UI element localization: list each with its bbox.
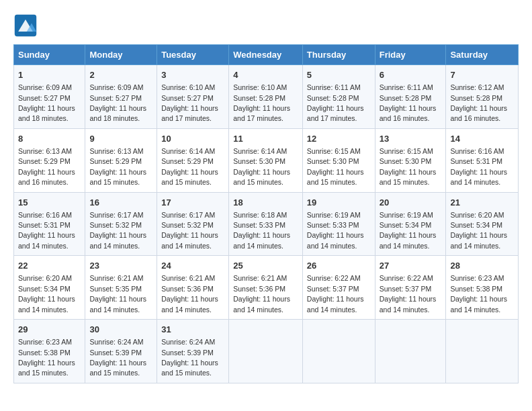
- weekday-row: SundayMondayTuesdayWednesdayThursdayFrid…: [14, 45, 519, 65]
- day-number: 8: [18, 133, 81, 145]
- calendar-cell: 6Sunrise: 6:11 AM Sunset: 5:28 PM Daylig…: [375, 65, 446, 129]
- calendar-table: SundayMondayTuesdayWednesdayThursdayFrid…: [13, 44, 519, 383]
- day-number: 28: [450, 260, 514, 272]
- weekday-monday: Monday: [85, 45, 157, 65]
- calendar-cell: 20Sunrise: 6:19 AM Sunset: 5:34 PM Dayli…: [375, 192, 446, 256]
- day-number: 30: [89, 324, 152, 336]
- weekday-tuesday: Tuesday: [157, 45, 229, 65]
- weekday-saturday: Saturday: [446, 45, 519, 65]
- calendar-cell: 30Sunrise: 6:24 AM Sunset: 5:39 PM Dayli…: [85, 320, 157, 383]
- day-number: 5: [307, 69, 371, 81]
- calendar-cell: 25Sunrise: 6:21 AM Sunset: 5:36 PM Dayli…: [229, 256, 303, 320]
- day-info: Sunrise: 6:24 AM Sunset: 5:39 PM Dayligh…: [161, 338, 218, 377]
- day-info: Sunrise: 6:11 AM Sunset: 5:28 PM Dayligh…: [380, 83, 437, 122]
- day-number: 11: [233, 133, 298, 145]
- calendar-cell: [446, 320, 519, 383]
- day-info: Sunrise: 6:14 AM Sunset: 5:30 PM Dayligh…: [233, 147, 290, 186]
- day-number: 4: [233, 69, 298, 81]
- calendar-cell: 3Sunrise: 6:10 AM Sunset: 5:27 PM Daylig…: [157, 65, 229, 129]
- day-number: 19: [307, 197, 371, 209]
- calendar-cell: 9Sunrise: 6:13 AM Sunset: 5:29 PM Daylig…: [85, 128, 157, 192]
- day-info: Sunrise: 6:20 AM Sunset: 5:34 PM Dayligh…: [450, 211, 507, 250]
- day-number: 7: [450, 69, 514, 81]
- day-info: Sunrise: 6:13 AM Sunset: 5:29 PM Dayligh…: [18, 147, 75, 186]
- calendar-cell: 28Sunrise: 6:23 AM Sunset: 5:38 PM Dayli…: [446, 256, 519, 320]
- calendar-cell: 26Sunrise: 6:22 AM Sunset: 5:37 PM Dayli…: [302, 256, 375, 320]
- day-number: 17: [161, 197, 224, 209]
- day-number: 26: [307, 260, 371, 272]
- calendar-cell: 13Sunrise: 6:15 AM Sunset: 5:30 PM Dayli…: [375, 128, 446, 192]
- day-number: 13: [380, 133, 442, 145]
- calendar-cell: 27Sunrise: 6:22 AM Sunset: 5:37 PM Dayli…: [375, 256, 446, 320]
- day-info: Sunrise: 6:11 AM Sunset: 5:28 PM Dayligh…: [307, 83, 364, 122]
- calendar-week-0: 1Sunrise: 6:09 AM Sunset: 5:27 PM Daylig…: [14, 65, 519, 129]
- calendar-week-3: 22Sunrise: 6:20 AM Sunset: 5:34 PM Dayli…: [14, 256, 519, 320]
- day-info: Sunrise: 6:09 AM Sunset: 5:27 PM Dayligh…: [18, 83, 75, 122]
- day-number: 12: [307, 133, 371, 145]
- day-number: 23: [89, 260, 152, 272]
- day-info: Sunrise: 6:15 AM Sunset: 5:30 PM Dayligh…: [380, 147, 437, 186]
- calendar-cell: 23Sunrise: 6:21 AM Sunset: 5:35 PM Dayli…: [85, 256, 157, 320]
- day-info: Sunrise: 6:22 AM Sunset: 5:37 PM Dayligh…: [307, 274, 364, 313]
- calendar-cell: 1Sunrise: 6:09 AM Sunset: 5:27 PM Daylig…: [14, 65, 85, 129]
- page-header: [13, 13, 519, 38]
- calendar-cell: 16Sunrise: 6:17 AM Sunset: 5:32 PM Dayli…: [85, 192, 157, 256]
- day-number: 10: [161, 133, 224, 145]
- calendar-cell: 22Sunrise: 6:20 AM Sunset: 5:34 PM Dayli…: [14, 256, 85, 320]
- day-number: 16: [89, 197, 152, 209]
- calendar-header: SundayMondayTuesdayWednesdayThursdayFrid…: [14, 45, 519, 65]
- logo: [13, 13, 42, 38]
- day-info: Sunrise: 6:15 AM Sunset: 5:30 PM Dayligh…: [307, 147, 364, 186]
- day-number: 15: [18, 197, 81, 209]
- calendar-cell: 12Sunrise: 6:15 AM Sunset: 5:30 PM Dayli…: [302, 128, 375, 192]
- calendar-cell: 2Sunrise: 6:09 AM Sunset: 5:27 PM Daylig…: [85, 65, 157, 129]
- calendar-cell: 14Sunrise: 6:16 AM Sunset: 5:31 PM Dayli…: [446, 128, 519, 192]
- day-number: 6: [380, 69, 442, 81]
- day-info: Sunrise: 6:12 AM Sunset: 5:28 PM Dayligh…: [450, 83, 507, 122]
- calendar-cell: 21Sunrise: 6:20 AM Sunset: 5:34 PM Dayli…: [446, 192, 519, 256]
- calendar-cell: 31Sunrise: 6:24 AM Sunset: 5:39 PM Dayli…: [157, 320, 229, 383]
- day-info: Sunrise: 6:23 AM Sunset: 5:38 PM Dayligh…: [18, 338, 75, 377]
- day-info: Sunrise: 6:16 AM Sunset: 5:31 PM Dayligh…: [18, 211, 75, 250]
- weekday-sunday: Sunday: [14, 45, 85, 65]
- day-number: 20: [380, 197, 442, 209]
- calendar-cell: 19Sunrise: 6:19 AM Sunset: 5:33 PM Dayli…: [302, 192, 375, 256]
- calendar-week-2: 15Sunrise: 6:16 AM Sunset: 5:31 PM Dayli…: [14, 192, 519, 256]
- day-info: Sunrise: 6:21 AM Sunset: 5:35 PM Dayligh…: [89, 274, 146, 313]
- day-info: Sunrise: 6:20 AM Sunset: 5:34 PM Dayligh…: [18, 274, 75, 313]
- day-number: 27: [380, 260, 442, 272]
- day-info: Sunrise: 6:24 AM Sunset: 5:39 PM Dayligh…: [89, 338, 146, 377]
- day-info: Sunrise: 6:19 AM Sunset: 5:33 PM Dayligh…: [307, 211, 364, 250]
- day-number: 14: [450, 133, 514, 145]
- day-info: Sunrise: 6:10 AM Sunset: 5:28 PM Dayligh…: [233, 83, 290, 122]
- calendar-week-1: 8Sunrise: 6:13 AM Sunset: 5:29 PM Daylig…: [14, 128, 519, 192]
- day-number: 22: [18, 260, 81, 272]
- day-info: Sunrise: 6:09 AM Sunset: 5:27 PM Dayligh…: [89, 83, 146, 122]
- calendar-cell: 24Sunrise: 6:21 AM Sunset: 5:36 PM Dayli…: [157, 256, 229, 320]
- calendar-cell: [229, 320, 303, 383]
- day-info: Sunrise: 6:17 AM Sunset: 5:32 PM Dayligh…: [161, 211, 218, 250]
- day-info: Sunrise: 6:13 AM Sunset: 5:29 PM Dayligh…: [89, 147, 146, 186]
- day-info: Sunrise: 6:18 AM Sunset: 5:33 PM Dayligh…: [233, 211, 290, 250]
- day-number: 25: [233, 260, 298, 272]
- day-number: 31: [161, 324, 224, 336]
- day-info: Sunrise: 6:23 AM Sunset: 5:38 PM Dayligh…: [450, 274, 507, 313]
- calendar-cell: 15Sunrise: 6:16 AM Sunset: 5:31 PM Dayli…: [14, 192, 85, 256]
- day-info: Sunrise: 6:21 AM Sunset: 5:36 PM Dayligh…: [233, 274, 290, 313]
- calendar-cell: 5Sunrise: 6:11 AM Sunset: 5:28 PM Daylig…: [302, 65, 375, 129]
- weekday-friday: Friday: [375, 45, 446, 65]
- day-number: 18: [233, 197, 298, 209]
- calendar-cell: 17Sunrise: 6:17 AM Sunset: 5:32 PM Dayli…: [157, 192, 229, 256]
- day-info: Sunrise: 6:22 AM Sunset: 5:37 PM Dayligh…: [380, 274, 437, 313]
- day-info: Sunrise: 6:21 AM Sunset: 5:36 PM Dayligh…: [161, 274, 218, 313]
- day-number: 24: [161, 260, 224, 272]
- calendar-cell: [302, 320, 375, 383]
- calendar-cell: 4Sunrise: 6:10 AM Sunset: 5:28 PM Daylig…: [229, 65, 303, 129]
- day-number: 29: [18, 324, 81, 336]
- day-number: 2: [89, 69, 152, 81]
- day-info: Sunrise: 6:14 AM Sunset: 5:29 PM Dayligh…: [161, 147, 218, 186]
- calendar-cell: 18Sunrise: 6:18 AM Sunset: 5:33 PM Dayli…: [229, 192, 303, 256]
- calendar-cell: 29Sunrise: 6:23 AM Sunset: 5:38 PM Dayli…: [14, 320, 85, 383]
- day-number: 21: [450, 197, 514, 209]
- day-info: Sunrise: 6:17 AM Sunset: 5:32 PM Dayligh…: [89, 211, 146, 250]
